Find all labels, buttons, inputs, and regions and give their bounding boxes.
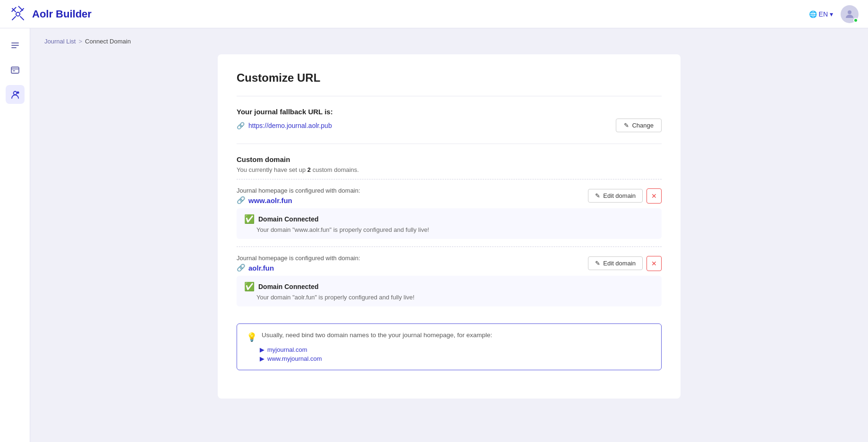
fallback-section-label: Your journal fallback URL is: <box>237 108 662 116</box>
domain-2-status-header: ✅ Domain Connected <box>244 281 654 292</box>
custom-domain-title: Custom domain <box>237 155 662 163</box>
logo-icon <box>9 6 26 23</box>
svg-line-6 <box>20 17 24 20</box>
domain-1-edit-label: Edit domain <box>603 192 636 199</box>
link-icon-1: 🔗 <box>237 196 246 204</box>
domain-1-delete-button[interactable]: ✕ <box>647 188 662 204</box>
change-button-label: Change <box>632 122 654 129</box>
fallback-url-text: https://demo.journal.aolr.pub <box>248 122 332 129</box>
custom-domain-subtitle: You currently have set up 2 custom domai… <box>237 166 662 173</box>
custom-domain-section: Custom domain You currently have set up … <box>237 144 662 382</box>
svg-point-2 <box>16 12 20 16</box>
header-right: 🌐 EN ▾ <box>809 5 859 23</box>
svg-point-7 <box>848 10 851 14</box>
subtitle-post: custom domains. <box>311 166 359 173</box>
fallback-url-section: Your journal fallback URL is: 🔗 https://… <box>237 96 662 144</box>
avatar-status-dot <box>853 18 858 23</box>
arrow-icon-1: ▶ <box>260 346 264 353</box>
svg-rect-11 <box>11 67 19 73</box>
info-box-text: Usually, need bind two domain names to t… <box>262 332 492 339</box>
fallback-url-row: 🔗 https://demo.journal.aolr.pub ✎ Change <box>237 119 662 132</box>
edit-icon-1: ✎ <box>595 192 600 199</box>
domain-count: 2 <box>307 166 311 173</box>
close-icon-1: ✕ <box>651 192 657 200</box>
globe-icon: 🌐 <box>809 10 817 18</box>
app-title: Aolr Builder <box>32 8 92 20</box>
domain-1-label: Journal homepage is configured with doma… <box>237 187 588 194</box>
fallback-url-link[interactable]: 🔗 https://demo.journal.aolr.pub <box>237 122 332 129</box>
domain-1-actions: ✎ Edit domain ✕ <box>588 188 662 204</box>
subtitle-pre: You currently have set up <box>237 166 307 173</box>
info-link-1-text: myjournal.com <box>267 346 307 353</box>
check-circle-icon-2: ✅ <box>244 281 255 292</box>
info-link-1[interactable]: ▶ myjournal.com <box>260 346 652 353</box>
info-link-2-text: www.myjournal.com <box>267 355 322 362</box>
domain-1-info: Journal homepage is configured with doma… <box>237 187 588 204</box>
domain-2-delete-button[interactable]: ✕ <box>647 256 662 271</box>
page-title: Customize URL <box>237 71 662 85</box>
domain-2-status: ✅ Domain Connected Your domain "aolr.fun… <box>237 276 662 306</box>
domain-1-status-title: Domain Connected <box>258 215 319 223</box>
info-box-header: 💡 Usually, need bind two domain names to… <box>247 332 652 342</box>
change-button[interactable]: ✎ Change <box>616 119 662 132</box>
domain-2-url-text: aolr.fun <box>248 264 274 272</box>
lang-selector[interactable]: 🌐 EN ▾ <box>809 10 833 18</box>
domain-item-1: Journal homepage is configured with doma… <box>237 179 662 246</box>
main-content: Journal List > Connect Domain Customize … <box>30 28 868 442</box>
check-circle-icon-1: ✅ <box>244 214 255 224</box>
breadcrumb-separator: > <box>78 38 82 45</box>
domain-2-header: Journal homepage is configured with doma… <box>237 255 662 272</box>
domain-2-status-desc: Your domain "aolr.fun" is properly confi… <box>256 294 654 301</box>
domain-1-status-header: ✅ Domain Connected <box>244 214 654 224</box>
lightbulb-icon: 💡 <box>247 332 257 342</box>
breadcrumb-parent[interactable]: Journal List <box>44 38 76 45</box>
sidebar-item-list[interactable] <box>6 36 25 55</box>
breadcrumb: Journal List > Connect Domain <box>44 38 854 45</box>
domain-2-edit-button[interactable]: ✎ Edit domain <box>588 256 643 270</box>
domain-1-url-link[interactable]: 🔗 www.aolr.fun <box>237 196 588 204</box>
chevron-down-icon: ▾ <box>830 10 833 18</box>
svg-line-5 <box>12 17 16 20</box>
domain-2-info: Journal homepage is configured with doma… <box>237 255 588 272</box>
content-card: Customize URL Your journal fallback URL … <box>218 54 681 399</box>
sidebar-item-users[interactable] <box>6 85 25 104</box>
info-box-links: ▶ myjournal.com ▶ www.myjournal.com <box>260 346 652 362</box>
app-header: Aolr Builder 🌐 EN ▾ <box>0 0 868 28</box>
sidebar <box>0 28 30 442</box>
domain-2-label: Journal homepage is configured with doma… <box>237 255 588 262</box>
domain-2-url-link[interactable]: 🔗 aolr.fun <box>237 264 588 272</box>
header-left: Aolr Builder <box>9 6 92 23</box>
sidebar-item-billing[interactable] <box>6 60 25 79</box>
lang-label: EN <box>819 10 828 18</box>
svg-point-15 <box>17 92 19 94</box>
svg-point-14 <box>13 92 17 95</box>
link-icon: 🔗 <box>237 122 245 129</box>
arrow-icon-2: ▶ <box>260 355 264 362</box>
domain-1-url-text: www.aolr.fun <box>248 196 292 204</box>
domain-2-edit-label: Edit domain <box>603 260 636 267</box>
edit-icon-2: ✎ <box>595 260 600 267</box>
info-link-2[interactable]: ▶ www.myjournal.com <box>260 355 652 362</box>
domain-2-actions: ✎ Edit domain ✕ <box>588 256 662 271</box>
domain-1-header: Journal homepage is configured with doma… <box>237 187 662 204</box>
edit-icon: ✎ <box>624 122 629 129</box>
domain-item-2: Journal homepage is configured with doma… <box>237 246 662 314</box>
domain-1-status-desc: Your domain "www.aolr.fun" is properly c… <box>256 226 654 233</box>
info-box: 💡 Usually, need bind two domain names to… <box>237 323 662 370</box>
domain-1-edit-button[interactable]: ✎ Edit domain <box>588 189 643 203</box>
link-icon-2: 🔗 <box>237 264 246 272</box>
avatar[interactable] <box>841 5 859 23</box>
domain-1-status: ✅ Domain Connected Your domain "www.aolr… <box>237 208 662 239</box>
domain-2-status-title: Domain Connected <box>258 283 319 290</box>
breadcrumb-current: Connect Domain <box>85 38 131 45</box>
close-icon-2: ✕ <box>651 260 657 267</box>
